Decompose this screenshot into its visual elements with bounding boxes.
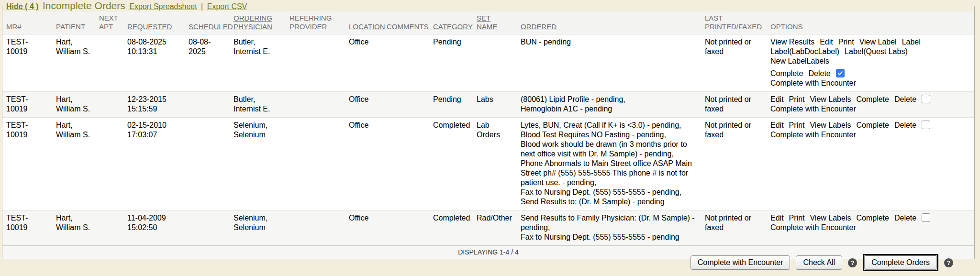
complete-orders-button[interactable]: Complete Orders xyxy=(864,255,937,270)
referring-provider-cell xyxy=(286,92,345,118)
physician-line: Selenium xyxy=(234,223,282,232)
complete-with-encounter-link[interactable]: Complete with Encounter xyxy=(770,223,856,232)
ordered-line: Send Results to: (Dr. M Sample) - pendin… xyxy=(521,197,697,207)
order-checkbox[interactable] xyxy=(922,213,930,222)
requested-date: 12-23-2015 xyxy=(127,95,181,104)
mr-cell: TEST-10019 xyxy=(2,118,52,210)
view-labels-link[interactable]: View Labels xyxy=(810,95,851,104)
order-checkbox[interactable] xyxy=(922,95,930,103)
options-cell: View ResultsEditPrintView LabelLabelLabe… xyxy=(767,34,974,92)
label-quest-labs-link[interactable]: Label(Quest Labs) xyxy=(845,47,908,56)
comments-cell xyxy=(383,34,429,92)
complete-with-encounter-line: Complete with Encounter xyxy=(770,104,970,114)
last-printed-cell: Not printed or faxed xyxy=(701,118,767,210)
set-name-cell: Rad/Other xyxy=(473,210,517,246)
set-name-cell xyxy=(473,34,517,92)
edit-link[interactable]: Edit xyxy=(770,213,784,223)
complete-link[interactable]: Complete xyxy=(770,69,803,78)
view-labels-link[interactable]: View Labels xyxy=(810,121,851,130)
patient-cell: Hart, William S. xyxy=(52,118,95,210)
complete-with-encounter-line: Complete with Encounter xyxy=(770,78,970,88)
complete-orders-focus-ring: Complete Orders xyxy=(863,254,938,271)
edit-link[interactable]: Edit xyxy=(770,121,784,130)
ordering-physician-cell: Selenium, Selenium xyxy=(230,118,286,210)
requested-cell: 08-08-2025 10:13:31 xyxy=(123,34,185,92)
physician-line: Internist E. xyxy=(234,104,282,114)
ordered-line: Hemoglobin A1C - pending xyxy=(521,104,697,114)
help-icon[interactable]: ? xyxy=(848,258,857,267)
column-header-referring-provider: REFERRING PROVIDER xyxy=(286,11,345,34)
order-row: TEST-10019 Hart, William S. 02-15-2010 1… xyxy=(2,118,974,210)
column-header-comments: COMMENTS xyxy=(383,11,429,34)
delete-link[interactable]: Delete xyxy=(894,213,916,223)
column-header-location[interactable]: LOCATION xyxy=(345,11,383,34)
complete-link[interactable]: Complete xyxy=(856,121,889,130)
view-results-link[interactable]: View Results xyxy=(770,37,814,47)
scheduled-cell: 08-08-2025 xyxy=(185,34,230,92)
print-link[interactable]: Print xyxy=(838,37,854,47)
column-header-requested[interactable]: REQUESTED xyxy=(123,11,185,34)
check-all-button[interactable]: Check All xyxy=(796,255,842,270)
edit-link[interactable]: Edit xyxy=(820,37,833,47)
physician-line: Selenium, xyxy=(234,121,282,130)
patient-line: Hart, xyxy=(56,95,91,104)
label-labdoclabel-link[interactable]: Label(LabDocLabel) xyxy=(770,47,839,56)
requested-cell: 12-23-2015 15:15:59 xyxy=(123,92,185,118)
ordered-cell: Send Results to Family Physician: (Dr. M… xyxy=(517,210,701,246)
ordered-cell: Lytes, BUN, Creat (Call if K+ is <3.0) -… xyxy=(517,118,701,210)
view-labels-link[interactable]: View Labels xyxy=(810,213,851,223)
column-header-set-name[interactable]: SET NAME xyxy=(473,11,517,34)
complete-with-encounter-link[interactable]: Complete with Encounter xyxy=(770,105,856,113)
export-csv-link[interactable]: Export CSV xyxy=(207,2,247,11)
option-links: EditPrintView LabelsCompleteDelete xyxy=(770,121,970,130)
edit-link[interactable]: Edit xyxy=(770,95,784,104)
new-label-labels-link[interactable]: New LabelLabels xyxy=(770,56,829,66)
delete-link[interactable]: Delete xyxy=(808,69,830,78)
complete-with-encounter-link[interactable]: Complete with Encounter xyxy=(770,131,856,139)
complete-with-encounter-line: Complete with Encounter xyxy=(770,130,970,140)
set-name-line: Rad/Other xyxy=(477,213,513,223)
complete-with-encounter-button[interactable]: Complete with Encounter xyxy=(690,255,791,270)
last-printed-cell: Not printed or faxed xyxy=(701,92,767,118)
ordered-line: Fax to Nursing Dept. (555) 555-5555 - pe… xyxy=(521,232,697,242)
comments-cell xyxy=(383,118,429,210)
requested-time: 10:13:31 xyxy=(127,47,181,56)
order-row: TEST-10019 Hart, William S. 08-08-2025 1… xyxy=(2,34,974,92)
help-icon[interactable]: ? xyxy=(944,258,953,267)
column-header-category[interactable]: CATEGORY xyxy=(429,11,473,34)
location-cell: Office xyxy=(345,92,383,118)
complete-link[interactable]: Complete xyxy=(856,213,889,223)
requested-time: 17:03:07 xyxy=(127,130,181,140)
next-apt-cell xyxy=(95,34,123,92)
print-link[interactable]: Print xyxy=(789,213,805,223)
location-cell: Office xyxy=(345,118,383,210)
referring-provider-cell xyxy=(286,118,345,210)
column-header-scheduled[interactable]: SCHEDULED xyxy=(185,11,230,34)
complete-link[interactable]: Complete xyxy=(856,95,889,104)
last-printed-cell: Not printed or faxed xyxy=(701,210,767,246)
order-checkbox[interactable] xyxy=(836,69,845,77)
option-links: View ResultsEditPrintView LabelLabelLabe… xyxy=(770,37,970,66)
print-link[interactable]: Print xyxy=(789,121,805,130)
view-label-link[interactable]: View Label xyxy=(859,37,897,47)
delete-link[interactable]: Delete xyxy=(894,121,916,130)
export-spreadsheet-link[interactable]: Export Spreadsheet xyxy=(129,2,197,11)
column-header-ordering-physician[interactable]: ORDERING PHYSICIAN xyxy=(230,11,286,34)
print-link[interactable]: Print xyxy=(789,95,805,104)
mr-cell: TEST-10019 xyxy=(2,210,52,246)
patient-cell: Hart, William S. xyxy=(52,210,95,246)
patient-line: Hart, xyxy=(56,121,91,130)
label-link[interactable]: Label xyxy=(902,37,921,47)
hide-toggle-link[interactable]: Hide ( 4 ) xyxy=(6,2,39,11)
patient-cell: Hart, William S. xyxy=(52,34,95,92)
scheduled-cell xyxy=(185,92,230,118)
location-cell: Office xyxy=(345,34,383,92)
complete-with-encounter-link[interactable]: Complete with Encounter xyxy=(770,79,856,87)
referring-provider-cell xyxy=(286,210,345,246)
set-name-cell: Lab Orders xyxy=(473,118,517,210)
column-header-ordered[interactable]: ORDERED xyxy=(517,11,701,34)
category-cell: Pending xyxy=(429,92,473,118)
delete-link[interactable]: Delete xyxy=(894,95,916,104)
order-checkbox[interactable] xyxy=(922,121,930,129)
header-row: MR# PATIENT NEXT APT REQUESTED SCHEDULED… xyxy=(2,11,974,34)
